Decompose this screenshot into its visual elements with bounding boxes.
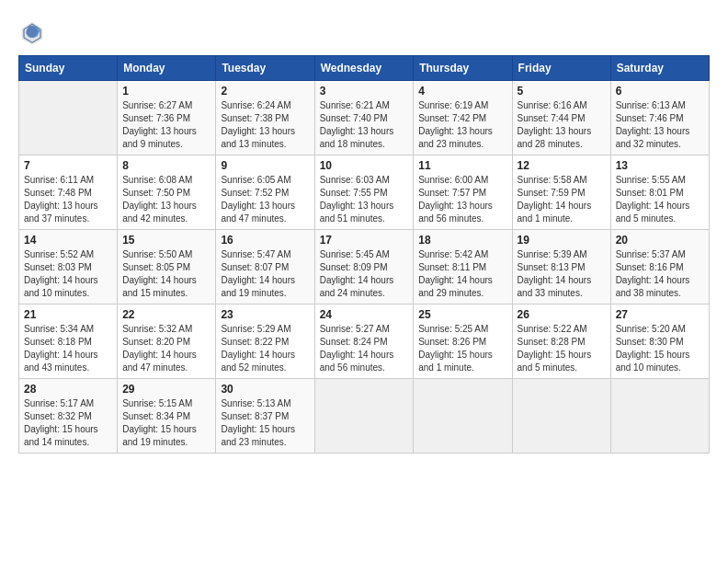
day-cell: 6Sunrise: 6:13 AM Sunset: 7:46 PM Daylig…	[610, 81, 709, 155]
col-header-tuesday: Tuesday	[216, 56, 314, 81]
day-cell: 24Sunrise: 5:27 AM Sunset: 8:24 PM Dayli…	[314, 304, 414, 379]
day-cell	[414, 379, 512, 454]
day-number: 5	[518, 85, 606, 98]
day-cell: 14Sunrise: 5:52 AM Sunset: 8:03 PM Dayli…	[19, 230, 118, 304]
day-info: Sunrise: 6:19 AM Sunset: 7:42 PM Dayligh…	[418, 99, 506, 151]
col-header-wednesday: Wednesday	[314, 56, 414, 81]
header-row: SundayMondayTuesdayWednesdayThursdayFrid…	[19, 56, 710, 81]
day-cell	[314, 379, 414, 454]
day-number: 27	[616, 308, 704, 321]
col-header-friday: Friday	[512, 56, 610, 81]
day-cell: 16Sunrise: 5:47 AM Sunset: 8:07 PM Dayli…	[216, 230, 314, 304]
week-row-2: 7Sunrise: 6:11 AM Sunset: 7:48 PM Daylig…	[19, 155, 710, 230]
day-cell: 25Sunrise: 5:25 AM Sunset: 8:26 PM Dayli…	[414, 304, 512, 379]
day-number: 21	[24, 308, 112, 321]
day-number: 17	[320, 234, 409, 247]
day-number: 14	[24, 234, 112, 247]
day-number: 4	[418, 85, 506, 98]
day-cell: 29Sunrise: 5:15 AM Sunset: 8:34 PM Dayli…	[118, 379, 216, 454]
day-number: 12	[518, 159, 606, 172]
day-info: Sunrise: 6:00 AM Sunset: 7:57 PM Dayligh…	[418, 174, 506, 225]
day-cell: 21Sunrise: 5:34 AM Sunset: 8:18 PM Dayli…	[19, 304, 118, 379]
day-cell: 4Sunrise: 6:19 AM Sunset: 7:42 PM Daylig…	[414, 81, 512, 155]
day-info: Sunrise: 5:17 AM Sunset: 8:32 PM Dayligh…	[24, 397, 112, 449]
day-number: 1	[122, 85, 210, 98]
logo	[18, 18, 50, 46]
week-row-5: 28Sunrise: 5:17 AM Sunset: 8:32 PM Dayli…	[19, 379, 710, 454]
col-header-monday: Monday	[118, 56, 216, 81]
day-info: Sunrise: 5:50 AM Sunset: 8:05 PM Dayligh…	[122, 248, 210, 300]
day-cell: 5Sunrise: 6:16 AM Sunset: 7:44 PM Daylig…	[512, 81, 610, 155]
day-number: 16	[221, 234, 309, 247]
day-info: Sunrise: 5:32 AM Sunset: 8:20 PM Dayligh…	[122, 323, 210, 374]
day-cell: 2Sunrise: 6:24 AM Sunset: 7:38 PM Daylig…	[216, 81, 314, 155]
day-info: Sunrise: 6:27 AM Sunset: 7:36 PM Dayligh…	[122, 99, 210, 151]
day-cell: 27Sunrise: 5:20 AM Sunset: 8:30 PM Dayli…	[610, 304, 709, 379]
day-cell: 12Sunrise: 5:58 AM Sunset: 7:59 PM Dayli…	[512, 155, 610, 230]
day-number: 18	[418, 234, 506, 247]
day-number: 30	[221, 383, 309, 396]
day-cell: 1Sunrise: 6:27 AM Sunset: 7:36 PM Daylig…	[118, 81, 216, 155]
day-info: Sunrise: 5:37 AM Sunset: 8:16 PM Dayligh…	[616, 248, 704, 300]
day-cell: 13Sunrise: 5:55 AM Sunset: 8:01 PM Dayli…	[610, 155, 709, 230]
day-number: 19	[518, 234, 606, 247]
day-cell	[19, 81, 118, 155]
day-info: Sunrise: 5:13 AM Sunset: 8:37 PM Dayligh…	[221, 397, 309, 449]
day-number: 2	[221, 85, 309, 98]
day-number: 29	[122, 383, 210, 396]
day-info: Sunrise: 5:15 AM Sunset: 8:34 PM Dayligh…	[122, 397, 210, 449]
day-cell: 8Sunrise: 6:08 AM Sunset: 7:50 PM Daylig…	[118, 155, 216, 230]
day-cell: 26Sunrise: 5:22 AM Sunset: 8:28 PM Dayli…	[512, 304, 610, 379]
day-number: 13	[616, 159, 704, 172]
week-row-4: 21Sunrise: 5:34 AM Sunset: 8:18 PM Dayli…	[19, 304, 710, 379]
day-number: 9	[221, 159, 309, 172]
day-info: Sunrise: 6:11 AM Sunset: 7:48 PM Dayligh…	[24, 174, 112, 225]
col-header-thursday: Thursday	[414, 56, 512, 81]
day-number: 28	[24, 383, 112, 396]
day-info: Sunrise: 6:21 AM Sunset: 7:40 PM Dayligh…	[320, 99, 409, 151]
day-number: 26	[518, 308, 606, 321]
day-number: 24	[320, 308, 409, 321]
day-info: Sunrise: 5:39 AM Sunset: 8:13 PM Dayligh…	[518, 248, 606, 300]
day-number: 22	[122, 308, 210, 321]
day-info: Sunrise: 5:58 AM Sunset: 7:59 PM Dayligh…	[518, 174, 606, 225]
logo-icon	[18, 18, 46, 46]
day-info: Sunrise: 5:20 AM Sunset: 8:30 PM Dayligh…	[616, 323, 704, 374]
day-cell: 28Sunrise: 5:17 AM Sunset: 8:32 PM Dayli…	[19, 379, 118, 454]
day-cell: 9Sunrise: 6:05 AM Sunset: 7:52 PM Daylig…	[216, 155, 314, 230]
day-number: 15	[122, 234, 210, 247]
col-header-saturday: Saturday	[610, 56, 709, 81]
day-number: 23	[221, 308, 309, 321]
day-cell	[610, 379, 709, 454]
day-cell	[512, 379, 610, 454]
day-cell: 11Sunrise: 6:00 AM Sunset: 7:57 PM Dayli…	[414, 155, 512, 230]
day-info: Sunrise: 6:13 AM Sunset: 7:46 PM Dayligh…	[616, 99, 704, 151]
day-cell: 18Sunrise: 5:42 AM Sunset: 8:11 PM Dayli…	[414, 230, 512, 304]
day-info: Sunrise: 5:52 AM Sunset: 8:03 PM Dayligh…	[24, 248, 112, 300]
day-info: Sunrise: 5:42 AM Sunset: 8:11 PM Dayligh…	[418, 248, 506, 300]
day-info: Sunrise: 6:08 AM Sunset: 7:50 PM Dayligh…	[122, 174, 210, 225]
day-cell: 23Sunrise: 5:29 AM Sunset: 8:22 PM Dayli…	[216, 304, 314, 379]
day-cell: 22Sunrise: 5:32 AM Sunset: 8:20 PM Dayli…	[118, 304, 216, 379]
day-cell: 19Sunrise: 5:39 AM Sunset: 8:13 PM Dayli…	[512, 230, 610, 304]
day-number: 20	[616, 234, 704, 247]
day-info: Sunrise: 5:29 AM Sunset: 8:22 PM Dayligh…	[221, 323, 309, 374]
day-info: Sunrise: 5:34 AM Sunset: 8:18 PM Dayligh…	[24, 323, 112, 374]
day-number: 10	[320, 159, 409, 172]
day-info: Sunrise: 5:47 AM Sunset: 8:07 PM Dayligh…	[221, 248, 309, 300]
day-cell: 30Sunrise: 5:13 AM Sunset: 8:37 PM Dayli…	[216, 379, 314, 454]
day-number: 7	[24, 159, 112, 172]
day-info: Sunrise: 5:25 AM Sunset: 8:26 PM Dayligh…	[418, 323, 506, 374]
day-cell: 10Sunrise: 6:03 AM Sunset: 7:55 PM Dayli…	[314, 155, 414, 230]
day-info: Sunrise: 5:55 AM Sunset: 8:01 PM Dayligh…	[616, 174, 704, 225]
day-info: Sunrise: 5:22 AM Sunset: 8:28 PM Dayligh…	[518, 323, 606, 374]
week-row-1: 1Sunrise: 6:27 AM Sunset: 7:36 PM Daylig…	[19, 81, 710, 155]
day-number: 6	[616, 85, 704, 98]
day-info: Sunrise: 5:45 AM Sunset: 8:09 PM Dayligh…	[320, 248, 409, 300]
col-header-sunday: Sunday	[19, 56, 118, 81]
week-row-3: 14Sunrise: 5:52 AM Sunset: 8:03 PM Dayli…	[19, 230, 710, 304]
day-number: 3	[320, 85, 409, 98]
day-info: Sunrise: 6:16 AM Sunset: 7:44 PM Dayligh…	[518, 99, 606, 151]
day-number: 11	[418, 159, 506, 172]
day-cell: 3Sunrise: 6:21 AM Sunset: 7:40 PM Daylig…	[314, 81, 414, 155]
